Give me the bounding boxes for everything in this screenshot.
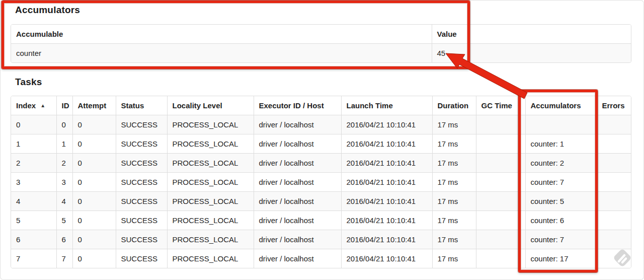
table-cell: 17 ms [432,192,476,211]
table-cell: 3 [56,173,72,192]
table-cell: 6 [56,230,72,249]
table-cell: counter: 2 [525,154,597,173]
task-row: 770SUCCESSPROCESS_LOCALdriver / localhos… [11,249,631,268]
column-header-locality-level[interactable]: Locality Level [167,96,254,115]
accumulators-header-row: Accumulable Value [11,25,631,44]
table-cell: 17 ms [432,115,476,134]
sort-ascending-icon: ▲ [40,103,45,108]
accumulator-row: counter45 [11,44,631,63]
table-cell: counter: 1 [525,134,597,154]
table-cell: counter: 6 [525,211,597,230]
table-cell: 17 ms [432,230,476,249]
spark-ui-stage-page: Accumulators Accumulable Value counter45… [0,0,644,280]
table-cell [597,230,631,249]
column-header-executor-id-host[interactable]: Executor ID / Host [254,96,341,115]
table-cell: 2016/04/21 10:10:41 [341,230,432,249]
accumulators-section-heading: Accumulators [15,0,644,16]
table-cell: 45 [432,44,631,63]
tasks-header-row: Index▲ ID Attempt Status Locality Level … [11,96,631,115]
table-cell: driver / localhost [254,173,341,192]
table-cell [597,249,631,268]
table-cell: 0 [72,249,116,268]
table-cell [597,192,631,211]
table-cell: counter [11,44,432,63]
table-cell [476,134,525,154]
table-cell: SUCCESS [116,249,167,268]
column-header-gc-time[interactable]: GC Time [476,96,525,115]
table-cell: 0 [56,115,72,134]
table-cell [597,134,631,154]
column-header-id[interactable]: ID [56,96,72,115]
table-cell: SUCCESS [116,173,167,192]
table-cell: 17 ms [432,134,476,154]
table-cell: driver / localhost [254,134,341,154]
table-cell: 2 [11,154,56,173]
task-row: 440SUCCESSPROCESS_LOCALdriver / localhos… [11,192,631,211]
table-cell: 0 [11,115,56,134]
table-cell [476,115,525,134]
table-cell: 7 [56,249,72,268]
table-cell: 5 [11,211,56,230]
table-cell: 6 [11,230,56,249]
table-cell: PROCESS_LOCAL [167,230,254,249]
table-cell: PROCESS_LOCAL [167,154,254,173]
tasks-table: Index▲ ID Attempt Status Locality Level … [11,96,631,268]
task-row: 550SUCCESSPROCESS_LOCALdriver / localhos… [11,211,631,230]
table-cell: 2 [56,154,72,173]
table-cell [476,173,525,192]
table-cell: 3 [11,173,56,192]
table-cell [597,173,631,192]
table-cell: 2016/04/21 10:10:41 [341,173,432,192]
column-header-errors[interactable]: Errors [597,96,631,115]
table-cell: 17 ms [432,173,476,192]
table-cell: 2016/04/21 10:10:41 [341,211,432,230]
table-cell: 2016/04/21 10:10:41 [341,115,432,134]
table-cell: 4 [11,192,56,211]
table-cell: driver / localhost [254,115,341,134]
table-cell: 2016/04/21 10:10:41 [341,134,432,154]
table-cell: driver / localhost [254,154,341,173]
column-header-accumulable: Accumulable [11,25,432,44]
table-cell: driver / localhost [254,230,341,249]
column-header-launch-time[interactable]: Launch Time [341,96,432,115]
table-cell: 0 [72,211,116,230]
table-cell: 2016/04/21 10:10:41 [341,192,432,211]
table-cell: counter: 17 [525,249,597,268]
table-cell: PROCESS_LOCAL [167,173,254,192]
table-cell: SUCCESS [116,192,167,211]
table-cell: SUCCESS [116,154,167,173]
table-cell [476,192,525,211]
table-cell [597,211,631,230]
column-header-index[interactable]: Index▲ [11,96,56,115]
table-cell: 17 ms [432,154,476,173]
table-cell: SUCCESS [116,211,167,230]
table-cell [476,211,525,230]
table-cell: counter: 7 [525,230,597,249]
column-header-duration[interactable]: Duration [432,96,476,115]
table-cell: driver / localhost [254,192,341,211]
task-row: 330SUCCESSPROCESS_LOCALdriver / localhos… [11,173,631,192]
tasks-section-heading: Tasks [15,77,644,88]
table-cell [476,154,525,173]
table-cell [476,249,525,268]
table-cell [476,230,525,249]
table-cell: PROCESS_LOCAL [167,192,254,211]
table-cell: PROCESS_LOCAL [167,115,254,134]
column-header-accumulators[interactable]: Accumulators [525,96,597,115]
table-cell: SUCCESS [116,134,167,154]
table-cell [597,115,631,134]
table-cell: 17 ms [432,249,476,268]
table-cell: 0 [72,192,116,211]
table-cell: 0 [72,115,116,134]
column-header-attempt[interactable]: Attempt [72,96,116,115]
column-header-status[interactable]: Status [116,96,167,115]
table-cell: 17 ms [432,211,476,230]
column-header-index-label: Index [16,101,36,110]
table-cell: 1 [11,134,56,154]
table-cell: counter: 7 [525,173,597,192]
table-cell [597,154,631,173]
table-cell: counter: 5 [525,192,597,211]
table-cell: 5 [56,211,72,230]
accumulators-table: Accumulable Value counter45 [11,24,631,63]
table-cell: 2016/04/21 10:10:41 [341,154,432,173]
